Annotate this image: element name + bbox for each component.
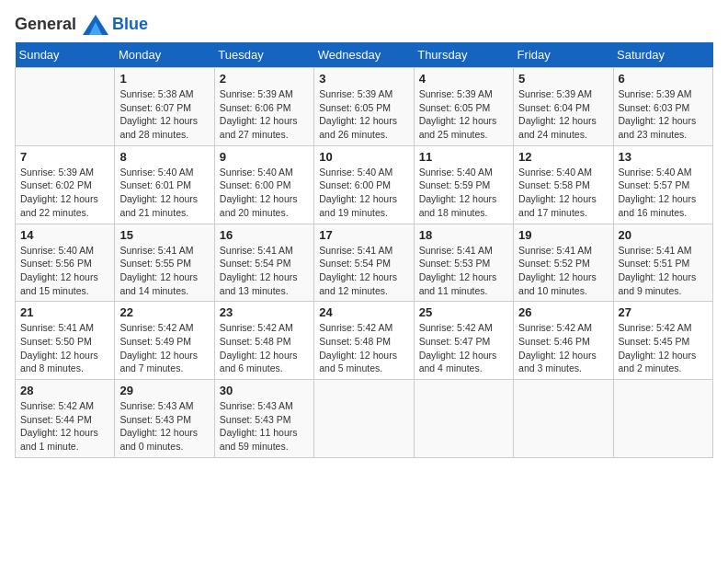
logo: General Blue	[15, 15, 148, 35]
calendar-cell	[414, 380, 513, 458]
day-info: Sunrise: 5:42 AM Sunset: 5:44 PM Dayligh…	[20, 399, 109, 454]
calendar-cell: 30 Sunrise: 5:43 AM Sunset: 5:43 PM Dayl…	[214, 380, 313, 458]
calendar-cell: 18 Sunrise: 5:41 AM Sunset: 5:53 PM Dayl…	[414, 224, 513, 302]
column-header-monday: Monday	[115, 42, 214, 68]
column-header-wednesday: Wednesday	[314, 42, 414, 68]
calendar-cell: 8 Sunrise: 5:40 AM Sunset: 6:01 PM Dayli…	[115, 145, 214, 224]
calendar-cell: 20 Sunrise: 5:41 AM Sunset: 5:51 PM Dayl…	[613, 224, 712, 302]
calendar-cell: 14 Sunrise: 5:40 AM Sunset: 5:56 PM Dayl…	[16, 224, 115, 302]
day-number: 30	[220, 384, 309, 397]
calendar-cell: 17 Sunrise: 5:41 AM Sunset: 5:54 PM Dayl…	[314, 224, 414, 302]
week-row-1: 1 Sunrise: 5:38 AM Sunset: 6:07 PM Dayli…	[16, 68, 713, 146]
day-info: Sunrise: 5:43 AM Sunset: 5:43 PM Dayligh…	[119, 399, 209, 454]
day-number: 4	[419, 72, 508, 86]
day-number: 3	[319, 72, 408, 86]
calendar-cell: 25 Sunrise: 5:42 AM Sunset: 5:47 PM Dayl…	[414, 302, 513, 380]
day-info: Sunrise: 5:39 AM Sunset: 6:04 PM Dayligh…	[518, 87, 608, 142]
day-info: Sunrise: 5:41 AM Sunset: 5:50 PM Dayligh…	[20, 321, 109, 375]
day-number: 7	[20, 150, 109, 164]
week-row-2: 7 Sunrise: 5:39 AM Sunset: 6:02 PM Dayli…	[16, 145, 713, 224]
calendar-cell: 22 Sunrise: 5:42 AM Sunset: 5:49 PM Dayl…	[115, 302, 214, 380]
calendar-cell	[613, 380, 712, 458]
week-row-3: 14 Sunrise: 5:40 AM Sunset: 5:56 PM Dayl…	[16, 224, 713, 302]
day-number: 28	[20, 384, 109, 397]
day-info: Sunrise: 5:41 AM Sunset: 5:53 PM Dayligh…	[419, 244, 508, 298]
calendar-table: SundayMondayTuesdayWednesdayThursdayFrid…	[15, 42, 713, 458]
day-number: 10	[319, 150, 408, 164]
day-info: Sunrise: 5:42 AM Sunset: 5:47 PM Dayligh…	[419, 321, 508, 375]
day-number: 5	[518, 72, 608, 86]
day-info: Sunrise: 5:40 AM Sunset: 6:00 PM Dayligh…	[220, 166, 309, 220]
day-info: Sunrise: 5:42 AM Sunset: 5:45 PM Dayligh…	[619, 321, 708, 375]
logo-icon	[83, 15, 108, 35]
day-number: 11	[419, 150, 508, 164]
column-header-tuesday: Tuesday	[214, 42, 313, 68]
calendar-cell: 24 Sunrise: 5:42 AM Sunset: 5:48 PM Dayl…	[314, 302, 414, 380]
calendar-cell: 13 Sunrise: 5:40 AM Sunset: 5:57 PM Dayl…	[613, 145, 712, 224]
day-number: 26	[518, 305, 608, 319]
day-number: 25	[419, 305, 508, 319]
calendar-cell: 5 Sunrise: 5:39 AM Sunset: 6:04 PM Dayli…	[514, 68, 613, 146]
calendar-cell: 11 Sunrise: 5:40 AM Sunset: 5:59 PM Dayl…	[414, 145, 513, 224]
page-header: General Blue	[15, 15, 713, 35]
day-info: Sunrise: 5:41 AM Sunset: 5:51 PM Dayligh…	[619, 244, 708, 298]
column-header-sunday: Sunday	[16, 42, 115, 68]
calendar-cell: 27 Sunrise: 5:42 AM Sunset: 5:45 PM Dayl…	[613, 302, 712, 380]
day-info: Sunrise: 5:39 AM Sunset: 6:05 PM Dayligh…	[319, 87, 408, 142]
day-number: 8	[119, 150, 209, 164]
day-number: 17	[319, 228, 408, 242]
calendar-cell: 23 Sunrise: 5:42 AM Sunset: 5:48 PM Dayl…	[214, 302, 313, 380]
day-number: 15	[119, 228, 209, 242]
day-info: Sunrise: 5:40 AM Sunset: 6:01 PM Dayligh…	[119, 166, 209, 220]
day-info: Sunrise: 5:41 AM Sunset: 5:55 PM Dayligh…	[119, 244, 209, 298]
day-number: 21	[20, 305, 109, 319]
calendar-cell: 10 Sunrise: 5:40 AM Sunset: 6:00 PM Dayl…	[314, 145, 414, 224]
day-info: Sunrise: 5:42 AM Sunset: 5:48 PM Dayligh…	[319, 321, 408, 375]
day-info: Sunrise: 5:40 AM Sunset: 5:59 PM Dayligh…	[419, 166, 508, 220]
day-info: Sunrise: 5:39 AM Sunset: 6:03 PM Dayligh…	[619, 87, 708, 142]
logo-blue: Blue	[112, 15, 148, 34]
column-header-thursday: Thursday	[414, 42, 513, 68]
calendar-cell: 26 Sunrise: 5:42 AM Sunset: 5:46 PM Dayl…	[514, 302, 613, 380]
logo-general: General	[15, 15, 76, 33]
calendar-cell: 7 Sunrise: 5:39 AM Sunset: 6:02 PM Dayli…	[16, 145, 115, 224]
day-info: Sunrise: 5:40 AM Sunset: 5:58 PM Dayligh…	[518, 166, 608, 220]
day-number: 29	[119, 384, 209, 397]
day-number: 18	[419, 228, 508, 242]
day-number: 27	[619, 305, 708, 319]
calendar-cell: 9 Sunrise: 5:40 AM Sunset: 6:00 PM Dayli…	[214, 145, 313, 224]
day-number: 9	[220, 150, 309, 164]
calendar-cell: 6 Sunrise: 5:39 AM Sunset: 6:03 PM Dayli…	[613, 68, 712, 146]
day-info: Sunrise: 5:42 AM Sunset: 5:48 PM Dayligh…	[220, 321, 309, 375]
day-info: Sunrise: 5:38 AM Sunset: 6:07 PM Dayligh…	[119, 87, 209, 142]
calendar-cell	[514, 380, 613, 458]
calendar-cell: 19 Sunrise: 5:41 AM Sunset: 5:52 PM Dayl…	[514, 224, 613, 302]
day-info: Sunrise: 5:42 AM Sunset: 5:49 PM Dayligh…	[119, 321, 209, 375]
day-number: 1	[119, 72, 209, 86]
calendar-cell	[16, 68, 115, 146]
week-row-4: 21 Sunrise: 5:41 AM Sunset: 5:50 PM Dayl…	[16, 302, 713, 380]
day-info: Sunrise: 5:39 AM Sunset: 6:02 PM Dayligh…	[20, 166, 109, 220]
calendar-cell: 21 Sunrise: 5:41 AM Sunset: 5:50 PM Dayl…	[16, 302, 115, 380]
day-number: 16	[220, 228, 309, 242]
day-info: Sunrise: 5:39 AM Sunset: 6:06 PM Dayligh…	[220, 87, 309, 142]
day-number: 13	[619, 150, 708, 164]
day-number: 22	[119, 305, 209, 319]
day-number: 12	[518, 150, 608, 164]
day-number: 20	[619, 228, 708, 242]
week-row-5: 28 Sunrise: 5:42 AM Sunset: 5:44 PM Dayl…	[16, 380, 713, 458]
day-number: 6	[619, 72, 708, 86]
day-info: Sunrise: 5:41 AM Sunset: 5:54 PM Dayligh…	[220, 244, 309, 298]
calendar-cell: 28 Sunrise: 5:42 AM Sunset: 5:44 PM Dayl…	[16, 380, 115, 458]
day-info: Sunrise: 5:41 AM Sunset: 5:54 PM Dayligh…	[319, 244, 408, 298]
day-number: 2	[220, 72, 309, 86]
column-header-saturday: Saturday	[613, 42, 712, 68]
day-info: Sunrise: 5:40 AM Sunset: 5:56 PM Dayligh…	[20, 244, 109, 298]
day-number: 14	[20, 228, 109, 242]
calendar-cell: 4 Sunrise: 5:39 AM Sunset: 6:05 PM Dayli…	[414, 68, 513, 146]
day-info: Sunrise: 5:40 AM Sunset: 5:57 PM Dayligh…	[619, 166, 708, 220]
calendar-cell: 16 Sunrise: 5:41 AM Sunset: 5:54 PM Dayl…	[214, 224, 313, 302]
day-info: Sunrise: 5:41 AM Sunset: 5:52 PM Dayligh…	[518, 244, 608, 298]
calendar-cell: 3 Sunrise: 5:39 AM Sunset: 6:05 PM Dayli…	[314, 68, 414, 146]
day-info: Sunrise: 5:40 AM Sunset: 6:00 PM Dayligh…	[319, 166, 408, 220]
